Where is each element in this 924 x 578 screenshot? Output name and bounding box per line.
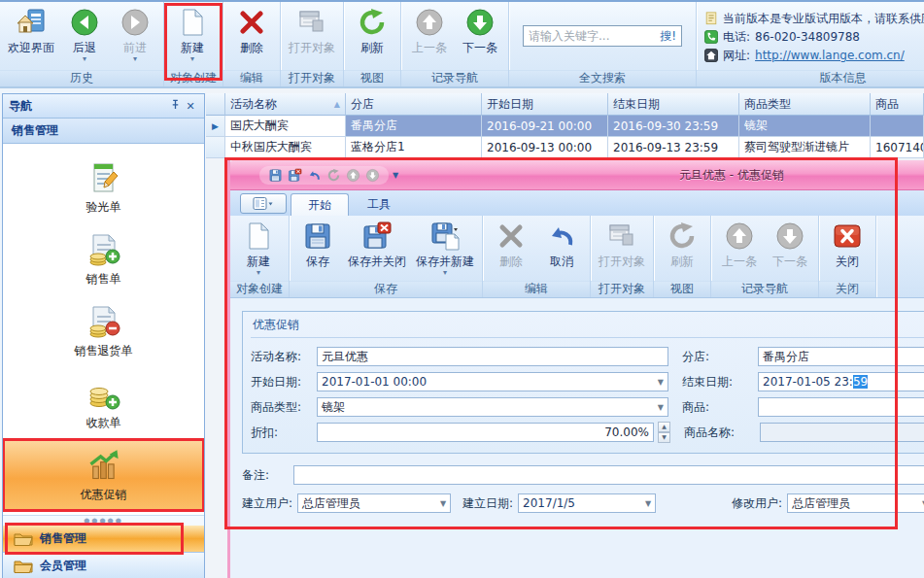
- table-cell[interactable]: 番禺分店: [346, 116, 482, 137]
- sidebar-item-exam-doc[interactable]: 验光单: [3, 152, 204, 223]
- sidebar-item-label: 销售单: [86, 271, 121, 288]
- caret-icon: ▾: [83, 56, 86, 62]
- product-type-input[interactable]: 镜架▼: [317, 397, 668, 417]
- branch-input[interactable]: 番禺分店: [758, 347, 924, 366]
- save-close-icon[interactable]: [288, 168, 302, 183]
- table-cell[interactable]: 镜架: [739, 116, 871, 137]
- dialog-ribbon-button-new-doc[interactable]: 新建▾: [233, 218, 284, 281]
- group-caption: 记录导航: [401, 70, 508, 86]
- ribbon-group-5: 上一条下一条记录导航: [401, 2, 509, 86]
- dialog-ribbon-button-close-red[interactable]: 关闭: [822, 218, 873, 281]
- row-selector[interactable]: [206, 137, 225, 158]
- undo-icon[interactable]: [307, 168, 322, 183]
- dialog-ribbon-group-3: 打开对象打开对象: [591, 216, 654, 297]
- table-cell[interactable]: [871, 116, 924, 137]
- ribbon-button-forward: 前进▾: [110, 4, 160, 70]
- ribbon-button-back[interactable]: 后退▾: [59, 4, 110, 70]
- spin-down-icon[interactable]: ▼: [658, 432, 670, 443]
- dialog-ribbon-button-save-new[interactable]: 保存并新建▾: [411, 218, 479, 281]
- sidebar-folder-item[interactable]: 会员管理: [3, 552, 204, 578]
- chevron-down-icon[interactable]: ▼: [654, 403, 664, 412]
- table-cell[interactable]: 国庆大酬宾: [225, 116, 346, 137]
- dialog-ribbon-group-6: 关闭关闭: [819, 216, 876, 297]
- button-label: 关闭: [836, 254, 859, 270]
- remark-input[interactable]: [293, 465, 924, 485]
- column-header-4[interactable]: 商品类型: [739, 93, 871, 116]
- column-header-2[interactable]: 开始日期: [482, 93, 608, 116]
- app-menu-button[interactable]: [240, 193, 287, 214]
- table-cell[interactable]: 中秋国庆大酬宾: [225, 137, 346, 158]
- column-header-3[interactable]: 结束日期: [608, 93, 739, 116]
- row-selector[interactable]: ▶: [206, 116, 225, 137]
- created-date-input[interactable]: 2017/1/5▼: [518, 493, 656, 513]
- redo-icon[interactable]: [326, 168, 341, 183]
- button-label: 打开对象: [289, 40, 335, 56]
- sidebar-item-sale-doc[interactable]: 销售单: [3, 223, 204, 295]
- dialog-ribbon-button-open: 打开对象: [594, 218, 650, 281]
- sidebar-item-label: 收款单: [86, 415, 121, 431]
- dialog-ribbon-button-save[interactable]: 保存: [292, 218, 343, 281]
- ribbon-group-0: 欢迎界面后退▾前进▾历史: [0, 2, 164, 86]
- content-area: 活动名称▲分店开始日期结束日期商品类型商品▶国庆大酬宾番禺分店2016-09-2…: [205, 88, 924, 578]
- next-record-icon[interactable]: [365, 168, 380, 183]
- table-cell[interactable]: 2016-09-21 00:00: [482, 116, 608, 137]
- save-icon[interactable]: [268, 168, 283, 183]
- table-cell[interactable]: 16071401: [871, 137, 924, 158]
- search-button[interactable]: 搜!: [660, 28, 676, 45]
- ribbon-button-down[interactable]: 下一条: [455, 4, 505, 70]
- sidebar-splitter[interactable]: ●●●●●: [3, 515, 204, 526]
- sidebar-item-receipt[interactable]: 收款单: [3, 367, 204, 439]
- close-icon[interactable]: ✕: [183, 100, 198, 113]
- dialog-ribbon-button-undo[interactable]: 取消: [536, 218, 587, 281]
- created-date-label: 建立日期:: [462, 495, 513, 512]
- column-header-1[interactable]: 分店: [346, 93, 482, 116]
- tab-开始[interactable]: 开始: [291, 193, 349, 216]
- spin-up-icon[interactable]: ▲: [658, 422, 670, 432]
- qat-dropdown-icon[interactable]: ▼: [393, 171, 398, 180]
- activity-name-input[interactable]: 元旦优惠: [317, 347, 668, 366]
- end-date-input[interactable]: 2017-01-05 23:59: [758, 372, 924, 391]
- table-cell[interactable]: 2016-09-13 23:59: [608, 137, 739, 158]
- ribbon-button-refresh[interactable]: 刷新: [347, 4, 397, 70]
- chevron-down-icon[interactable]: ▼: [654, 378, 664, 387]
- button-label: 欢迎界面: [8, 40, 54, 56]
- prev-record-icon[interactable]: [346, 168, 360, 183]
- promotion-groupbox: 优惠促销 活动名称: 元旦优惠 分店: 番禺分店 开始日期: 2017-01-0…: [242, 311, 924, 454]
- sidebar-folder-active[interactable]: 销售管理: [3, 526, 204, 552]
- start-date-label: 开始日期:: [251, 374, 317, 391]
- table-cell[interactable]: 2016-09-13 00:00: [482, 137, 608, 158]
- dialog-titlebar[interactable]: ▼ 元旦优惠 - 优惠促销: [230, 160, 924, 190]
- caret-icon: ▾: [443, 270, 447, 276]
- dialog-window: ▼ 元旦优惠 - 优惠促销 开始工具 新建▾对象创建保存保存并关闭保存并新建▾保…: [227, 160, 924, 578]
- group-caption: 视图: [654, 281, 710, 297]
- table-cell[interactable]: 蔡司驾驶型渐进镜片: [739, 137, 871, 158]
- sidebar-item-label: 销售退货单: [75, 343, 133, 359]
- sidebar-item-chart-promo[interactable]: 优惠促销: [3, 439, 204, 511]
- save-icon: [302, 221, 333, 252]
- discount-spinner[interactable]: ▲▼: [658, 422, 670, 443]
- table-cell[interactable]: 2016-09-30 23:59: [608, 116, 739, 137]
- sidebar-item-label: 验光单: [86, 199, 121, 216]
- column-header-0[interactable]: 活动名称▲: [225, 93, 346, 116]
- pin-icon[interactable]: [167, 99, 183, 113]
- modified-by-input[interactable]: 总店管理员▼: [787, 493, 924, 513]
- table-cell[interactable]: 蓝格分店1: [346, 137, 482, 158]
- search-input[interactable]: 请输入关键字... 搜!: [523, 25, 682, 47]
- button-label: 下一条: [772, 254, 807, 270]
- website-link[interactable]: http://www.lange.com.cn/: [755, 49, 905, 62]
- sidebar-item-return-doc[interactable]: 销售退货单: [3, 295, 204, 367]
- product-input[interactable]: [758, 397, 924, 417]
- column-header-5[interactable]: 商品: [871, 93, 924, 116]
- table-row[interactable]: 中秋国庆大酬宾蓝格分店12016-09-13 00:002016-09-13 2…: [206, 137, 924, 158]
- ribbon-button-new-doc[interactable]: 新建▾: [167, 4, 218, 70]
- delete-icon: [236, 7, 267, 38]
- dialog-ribbon-button-save-close[interactable]: 保存并关闭: [343, 218, 411, 281]
- created-by-input[interactable]: 总店管理员▼: [297, 493, 451, 513]
- tab-工具[interactable]: 工具: [351, 193, 407, 216]
- back-icon: [69, 7, 100, 38]
- start-date-input[interactable]: 2017-01-01 00:00▼: [317, 372, 668, 391]
- discount-input[interactable]: 70.00%: [317, 423, 654, 442]
- ribbon-button-delete[interactable]: 删除: [226, 4, 277, 70]
- ribbon-button-home[interactable]: 欢迎界面: [3, 4, 59, 70]
- table-row[interactable]: ▶国庆大酬宾番禺分店2016-09-21 00:002016-09-30 23:…: [206, 116, 924, 137]
